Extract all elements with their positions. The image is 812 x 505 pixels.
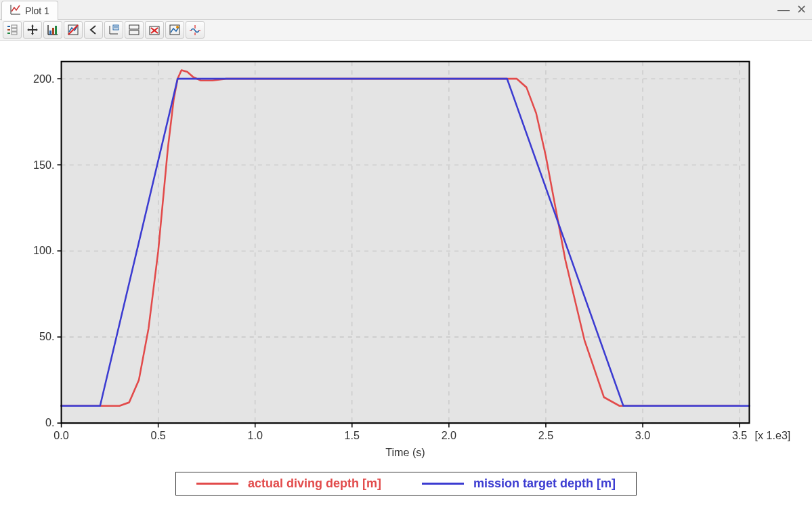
legend-box: actual diving depth [m] mission target d…	[175, 472, 637, 496]
svg-rect-21	[62, 62, 750, 423]
svg-rect-4	[12, 28, 17, 31]
disable-autoscale-icon[interactable]	[64, 21, 83, 39]
svg-rect-14	[129, 25, 139, 29]
legend-swatch-series1	[196, 483, 238, 485]
svg-rect-3	[12, 25, 17, 28]
close-button[interactable]: ✕	[796, 3, 807, 16]
svg-point-20	[176, 26, 179, 28]
titlebar: Plot 1 — ✕	[0, 0, 812, 20]
tab-label: Plot 1	[25, 5, 49, 16]
plot-window: Plot 1 — ✕ 0.00.51.01.52.02.53.03.50.50.…	[0, 0, 812, 505]
svg-rect-8	[55, 26, 57, 35]
svg-text:150.: 150.	[33, 158, 54, 171]
annotate-icon[interactable]	[165, 21, 184, 39]
svg-text:3.0: 3.0	[635, 428, 650, 442]
plot-frame: 0.00.51.01.52.02.53.03.50.50.100.150.200…	[14, 53, 798, 496]
svg-text:200.: 200.	[33, 72, 54, 85]
svg-text:100.: 100.	[33, 244, 54, 258]
svg-text:0.5: 0.5	[150, 428, 165, 442]
svg-text:[x 1.e3]: [x 1.e3]	[754, 428, 790, 442]
svg-text:1.0: 1.0	[248, 428, 263, 442]
svg-text:0.: 0.	[45, 416, 54, 430]
legend-icon[interactable]	[3, 21, 22, 39]
plot-content-area: 0.00.51.01.52.02.53.03.50.50.100.150.200…	[0, 41, 812, 505]
delete-icon[interactable]	[145, 21, 164, 39]
minimize-button[interactable]: —	[777, 3, 790, 16]
svg-rect-6	[49, 31, 51, 35]
legend-swatch-series2	[422, 483, 464, 485]
svg-rect-7	[52, 28, 54, 35]
svg-text:2.5: 2.5	[538, 428, 553, 442]
axis-scale-icon[interactable]	[43, 21, 62, 39]
svg-text:2.0: 2.0	[442, 428, 456, 442]
svg-text:50.: 50.	[39, 330, 54, 344]
cursor-icon[interactable]	[186, 21, 205, 39]
toolbar	[0, 20, 812, 41]
svg-text:0.0: 0.0	[54, 428, 68, 442]
tab-plot-1[interactable]: Plot 1	[1, 1, 58, 20]
legend-item-series1: actual diving depth [m]	[196, 477, 381, 491]
legend-label-series1: actual diving depth [m]	[248, 477, 381, 491]
pan-icon[interactable]	[23, 21, 42, 39]
legend-item-series2: mission target depth [m]	[422, 477, 616, 491]
plot-tab-icon	[10, 4, 21, 17]
plot-canvas[interactable]: 0.00.51.01.52.02.53.03.50.50.100.150.200…	[14, 53, 798, 465]
window-controls: — ✕	[777, 0, 807, 19]
back-icon[interactable]	[84, 21, 103, 39]
svg-text:3.5: 3.5	[732, 428, 747, 442]
svg-text:1.5: 1.5	[345, 428, 360, 442]
svg-rect-5	[12, 32, 17, 35]
split-icon[interactable]	[125, 21, 144, 39]
svg-rect-15	[129, 31, 139, 35]
svg-text:Time (s): Time (s)	[385, 446, 425, 460]
legend-label-series2: mission target depth [m]	[473, 477, 616, 491]
axis-options-icon[interactable]	[104, 21, 123, 39]
